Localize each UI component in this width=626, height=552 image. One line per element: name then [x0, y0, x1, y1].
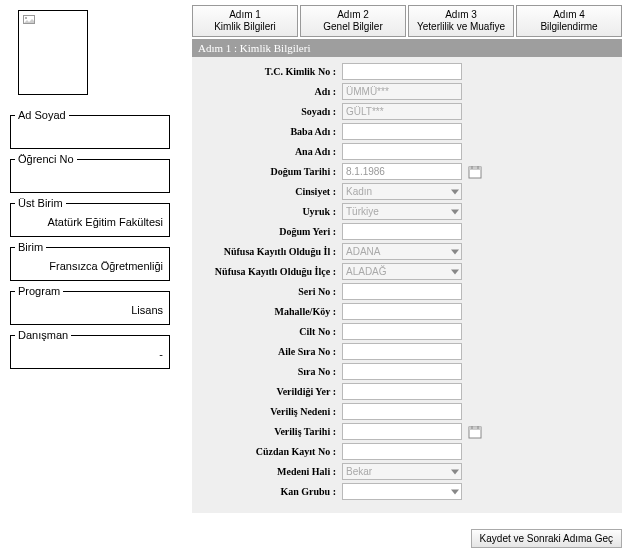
- chevron-down-icon: [451, 269, 459, 274]
- adi-input[interactable]: [342, 83, 462, 100]
- label: Program: [15, 285, 63, 297]
- cilt-label: Cilt No :: [202, 326, 342, 337]
- tc-label: T.C. Kimlik No :: [202, 66, 342, 77]
- verilis-tarihi-input[interactable]: [342, 423, 462, 440]
- step-line2: Kimlik Bilgileri: [195, 21, 295, 33]
- chevron-down-icon: [451, 209, 459, 214]
- baba-input[interactable]: [342, 123, 462, 140]
- sidebar-ad-soyad: Ad Soyad: [10, 115, 170, 149]
- photo-placeholder: [18, 10, 88, 95]
- svg-point-1: [25, 17, 27, 19]
- label: Öğrenci No: [15, 153, 77, 165]
- cuzdan-input[interactable]: [342, 443, 462, 460]
- mahalle-label: Mahalle/Köy :: [202, 306, 342, 317]
- chevron-down-icon: [451, 489, 459, 494]
- sidebar-birim: Birim Fransızca Öğretmenliği: [10, 247, 170, 281]
- nufus-il-select[interactable]: ADANA: [342, 243, 462, 260]
- nufus-ilce-label: Nüfusa Kayıtlı Olduğu İlçe :: [202, 266, 342, 277]
- baba-label: Baba Adı :: [202, 126, 342, 137]
- sidebar-ogrenci-no: Öğrenci No: [10, 159, 170, 193]
- soyadi-input[interactable]: [342, 103, 462, 120]
- value: Atatürk Eğitim Fakültesi: [17, 214, 163, 228]
- adi-label: Adı :: [202, 86, 342, 97]
- kan-label: Kan Grubu :: [202, 486, 342, 497]
- dogum-yeri-label: Doğum Yeri :: [202, 226, 342, 237]
- uyruk-label: Uyruk :: [202, 206, 342, 217]
- chevron-down-icon: [451, 189, 459, 194]
- tc-input[interactable]: [342, 63, 462, 80]
- step-1[interactable]: Adım 1 Kimlik Bilgileri: [192, 5, 298, 37]
- seri-label: Seri No :: [202, 286, 342, 297]
- sira-label: Sıra No :: [202, 366, 342, 377]
- sidebar-danisman: Danışman -: [10, 335, 170, 369]
- medeni-select[interactable]: Bekar: [342, 463, 462, 480]
- sidebar-ust-birim: Üst Birim Atatürk Eğitim Fakültesi: [10, 203, 170, 237]
- calendar-icon[interactable]: [468, 425, 482, 439]
- step-line2: Yeterlilik ve Muafiye: [411, 21, 511, 33]
- aile-sira-input[interactable]: [342, 343, 462, 360]
- value: [17, 126, 163, 128]
- form-body: T.C. Kimlik No : Adı : Soyadı : Baba Adı…: [192, 57, 622, 513]
- label: Birim: [15, 241, 46, 253]
- calendar-icon[interactable]: [468, 165, 482, 179]
- value: Fransızca Öğretmenliği: [17, 258, 163, 272]
- cinsiyet-label: Cinsiyet :: [202, 186, 342, 197]
- verildigi-yer-input[interactable]: [342, 383, 462, 400]
- value: -: [17, 346, 163, 360]
- medeni-label: Medeni Hali :: [202, 466, 342, 477]
- step-line2: Bilgilendirme: [519, 21, 619, 33]
- soyadi-label: Soyadı :: [202, 106, 342, 117]
- uyruk-select[interactable]: Türkiye: [342, 203, 462, 220]
- cilt-input[interactable]: [342, 323, 462, 340]
- seri-input[interactable]: [342, 283, 462, 300]
- cinsiyet-select[interactable]: Kadın: [342, 183, 462, 200]
- verildigi-yer-label: Verildiği Yer :: [202, 386, 342, 397]
- nufus-ilce-select[interactable]: ALADAĞ: [342, 263, 462, 280]
- save-next-button[interactable]: Kaydet ve Sonraki Adıma Geç: [471, 529, 622, 548]
- step-line1: Adım 1: [195, 9, 295, 21]
- ana-input[interactable]: [342, 143, 462, 160]
- mahalle-input[interactable]: [342, 303, 462, 320]
- image-icon: [23, 15, 35, 27]
- verilis-nedeni-label: Veriliş Nedeni :: [202, 406, 342, 417]
- sel-text: Kadın: [346, 186, 372, 197]
- sira-input[interactable]: [342, 363, 462, 380]
- wizard-steps: Adım 1 Kimlik Bilgileri Adım 2 Genel Bil…: [192, 5, 622, 37]
- step-4[interactable]: Adım 4 Bilgilendirme: [516, 5, 622, 37]
- sel-text: ALADAĞ: [346, 266, 387, 277]
- step-3[interactable]: Adım 3 Yeterlilik ve Muafiye: [408, 5, 514, 37]
- svg-rect-3: [469, 167, 481, 170]
- nufus-il-label: Nüfusa Kayıtlı Olduğu İl :: [202, 246, 342, 257]
- dogum-yeri-input[interactable]: [342, 223, 462, 240]
- verilis-tarihi-label: Veriliş Tarihi :: [202, 426, 342, 437]
- aile-sira-label: Aile Sıra No :: [202, 346, 342, 357]
- chevron-down-icon: [451, 249, 459, 254]
- step-line1: Adım 2: [303, 9, 403, 21]
- cuzdan-label: Cüzdan Kayıt No :: [202, 446, 342, 457]
- step-line1: Adım 4: [519, 9, 619, 21]
- dogum-tarihi-label: Doğum Tarihi :: [202, 166, 342, 177]
- verilis-nedeni-input[interactable]: [342, 403, 462, 420]
- value: Lisans: [17, 302, 163, 316]
- sel-text: Türkiye: [346, 206, 379, 217]
- value: [17, 170, 163, 172]
- label: Danışman: [15, 329, 71, 341]
- chevron-down-icon: [451, 469, 459, 474]
- step-line1: Adım 3: [411, 9, 511, 21]
- label: Ad Soyad: [15, 109, 69, 121]
- sel-text: Bekar: [346, 466, 372, 477]
- step-2[interactable]: Adım 2 Genel Bilgiler: [300, 5, 406, 37]
- svg-rect-7: [469, 427, 481, 430]
- label: Üst Birim: [15, 197, 66, 209]
- dogum-tarihi-input[interactable]: [342, 163, 462, 180]
- ana-label: Ana Adı :: [202, 146, 342, 157]
- sidebar-program: Program Lisans: [10, 291, 170, 325]
- sel-text: ADANA: [346, 246, 380, 257]
- section-title: Adım 1 : Kimlik Bilgileri: [192, 39, 622, 57]
- step-line2: Genel Bilgiler: [303, 21, 403, 33]
- kan-select[interactable]: [342, 483, 462, 500]
